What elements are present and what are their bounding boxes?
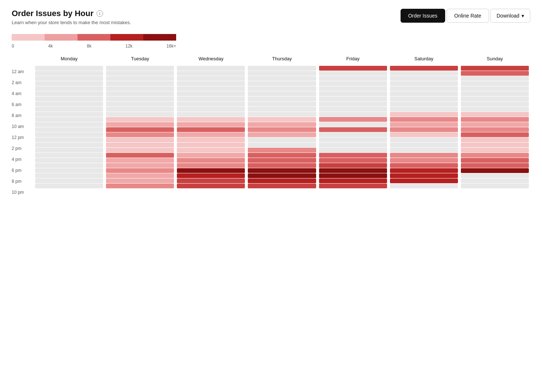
- heatmap-cell[interactable]: [461, 102, 529, 106]
- heatmap-cell[interactable]: [248, 184, 316, 188]
- heatmap-cell[interactable]: [461, 81, 529, 86]
- heatmap-cell[interactable]: [106, 97, 174, 101]
- heatmap-cell[interactable]: [390, 168, 458, 173]
- heatmap-cell[interactable]: [319, 112, 387, 117]
- heatmap-cell[interactable]: [461, 112, 529, 117]
- heatmap-cell[interactable]: [319, 173, 387, 178]
- heatmap-cell[interactable]: [390, 148, 458, 152]
- heatmap-cell[interactable]: [177, 81, 245, 86]
- heatmap-cell[interactable]: [319, 153, 387, 158]
- heatmap-cell[interactable]: [390, 91, 458, 96]
- heatmap-cell[interactable]: [35, 148, 103, 152]
- heatmap-cell[interactable]: [177, 173, 245, 178]
- heatmap-cell[interactable]: [177, 178, 245, 183]
- heatmap-cell[interactable]: [35, 173, 103, 178]
- heatmap-cell[interactable]: [248, 168, 316, 173]
- heatmap-cell[interactable]: [390, 71, 458, 76]
- heatmap-cell[interactable]: [35, 102, 103, 106]
- heatmap-cell[interactable]: [35, 137, 103, 142]
- heatmap-cell[interactable]: [177, 153, 245, 158]
- heatmap-cell[interactable]: [106, 148, 174, 152]
- heatmap-cell[interactable]: [390, 81, 458, 86]
- order-issues-button[interactable]: Order Issues: [401, 9, 445, 23]
- heatmap-cell[interactable]: [106, 117, 174, 122]
- heatmap-cell[interactable]: [319, 66, 387, 71]
- heatmap-cell[interactable]: [106, 76, 174, 81]
- heatmap-cell[interactable]: [35, 86, 103, 91]
- online-rate-button[interactable]: Online Rate: [447, 9, 489, 23]
- heatmap-cell[interactable]: [35, 163, 103, 168]
- heatmap-cell[interactable]: [461, 137, 529, 142]
- heatmap-cell[interactable]: [35, 117, 103, 122]
- heatmap-cell[interactable]: [390, 86, 458, 91]
- heatmap-cell[interactable]: [35, 107, 103, 112]
- heatmap-cell[interactable]: [461, 66, 529, 71]
- heatmap-cell[interactable]: [177, 86, 245, 91]
- heatmap-cell[interactable]: [35, 158, 103, 163]
- heatmap-cell[interactable]: [35, 127, 103, 132]
- heatmap-cell[interactable]: [390, 173, 458, 178]
- heatmap-cell[interactable]: [35, 112, 103, 117]
- heatmap-cell[interactable]: [248, 178, 316, 183]
- heatmap-cell[interactable]: [35, 91, 103, 96]
- heatmap-cell[interactable]: [106, 102, 174, 106]
- info-icon[interactable]: i: [96, 10, 103, 17]
- heatmap-cell[interactable]: [106, 168, 174, 173]
- heatmap-cell[interactable]: [106, 143, 174, 147]
- heatmap-cell[interactable]: [319, 86, 387, 91]
- heatmap-cell[interactable]: [319, 127, 387, 132]
- heatmap-cell[interactable]: [35, 184, 103, 188]
- heatmap-cell[interactable]: [461, 71, 529, 76]
- heatmap-cell[interactable]: [106, 91, 174, 96]
- heatmap-cell[interactable]: [390, 97, 458, 101]
- heatmap-cell[interactable]: [319, 168, 387, 173]
- heatmap-cell[interactable]: [177, 148, 245, 152]
- heatmap-cell[interactable]: [319, 97, 387, 101]
- heatmap-cell[interactable]: [319, 163, 387, 168]
- heatmap-cell[interactable]: [177, 122, 245, 127]
- heatmap-cell[interactable]: [248, 158, 316, 163]
- heatmap-cell[interactable]: [319, 178, 387, 183]
- heatmap-cell[interactable]: [461, 178, 529, 183]
- heatmap-cell[interactable]: [106, 153, 174, 158]
- heatmap-cell[interactable]: [35, 178, 103, 183]
- heatmap-cell[interactable]: [248, 71, 316, 76]
- heatmap-cell[interactable]: [106, 137, 174, 142]
- heatmap-cell[interactable]: [106, 122, 174, 127]
- heatmap-cell[interactable]: [177, 66, 245, 71]
- heatmap-cell[interactable]: [248, 122, 316, 127]
- heatmap-cell[interactable]: [177, 102, 245, 106]
- heatmap-cell[interactable]: [248, 66, 316, 71]
- heatmap-cell[interactable]: [461, 86, 529, 91]
- heatmap-cell[interactable]: [248, 173, 316, 178]
- heatmap-cell[interactable]: [461, 184, 529, 188]
- heatmap-cell[interactable]: [461, 173, 529, 178]
- heatmap-cell[interactable]: [390, 117, 458, 122]
- heatmap-cell[interactable]: [106, 107, 174, 112]
- heatmap-cell[interactable]: [319, 143, 387, 147]
- heatmap-cell[interactable]: [461, 107, 529, 112]
- heatmap-cell[interactable]: [319, 137, 387, 142]
- heatmap-cell[interactable]: [35, 132, 103, 137]
- download-button[interactable]: Download ▾: [490, 9, 530, 23]
- heatmap-cell[interactable]: [390, 143, 458, 147]
- heatmap-cell[interactable]: [248, 81, 316, 86]
- heatmap-cell[interactable]: [177, 97, 245, 101]
- heatmap-cell[interactable]: [390, 184, 458, 188]
- heatmap-cell[interactable]: [461, 168, 529, 173]
- heatmap-cell[interactable]: [177, 158, 245, 163]
- heatmap-cell[interactable]: [177, 112, 245, 117]
- heatmap-cell[interactable]: [248, 163, 316, 168]
- heatmap-cell[interactable]: [390, 153, 458, 158]
- heatmap-cell[interactable]: [177, 132, 245, 137]
- heatmap-cell[interactable]: [177, 76, 245, 81]
- heatmap-cell[interactable]: [390, 158, 458, 163]
- heatmap-cell[interactable]: [319, 107, 387, 112]
- heatmap-cell[interactable]: [390, 163, 458, 168]
- heatmap-cell[interactable]: [461, 122, 529, 127]
- heatmap-cell[interactable]: [35, 143, 103, 147]
- heatmap-cell[interactable]: [106, 66, 174, 71]
- heatmap-cell[interactable]: [106, 71, 174, 76]
- heatmap-cell[interactable]: [106, 81, 174, 86]
- heatmap-cell[interactable]: [461, 148, 529, 152]
